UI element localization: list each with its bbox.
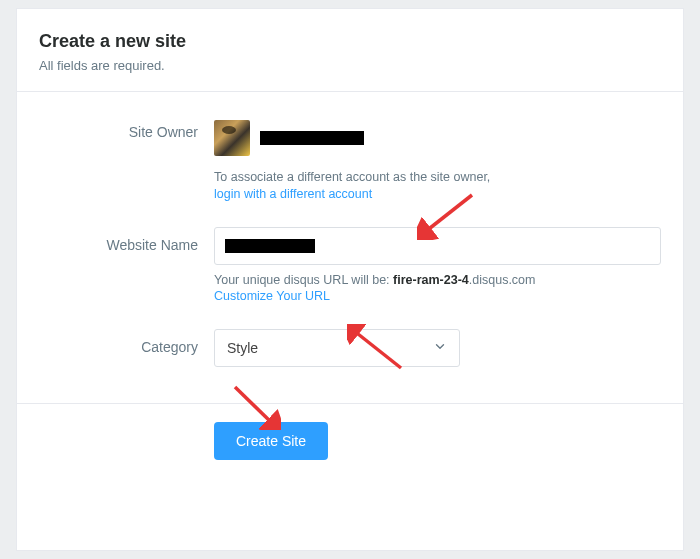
category-select[interactable]: Style (214, 329, 460, 367)
control-category: Style (214, 329, 661, 367)
row-site-owner: Site Owner To associate a different acco… (39, 120, 661, 201)
url-preview: Your unique disqus URL will be: fire-ram… (214, 273, 661, 287)
row-category: Category Style (39, 329, 661, 367)
url-prefix-text: Your unique disqus URL will be: (214, 273, 393, 287)
create-site-button[interactable]: Create Site (214, 422, 328, 460)
card-header: Create a new site All fields are require… (17, 9, 683, 92)
page-title: Create a new site (39, 31, 661, 52)
owner-name-redacted (260, 131, 364, 145)
control-site-owner: To associate a different account as the … (214, 120, 661, 201)
control-website-name: Your unique disqus URL will be: fire-ram… (214, 227, 661, 303)
card-footer: Create Site (17, 404, 683, 478)
category-selected-value: Style (227, 340, 258, 356)
customize-url-link[interactable]: Customize Your URL (214, 289, 661, 303)
card-body: Site Owner To associate a different acco… (17, 92, 683, 404)
url-suffix: .disqus.com (469, 273, 536, 287)
create-site-card: Create a new site All fields are require… (16, 8, 684, 551)
website-name-value-redacted (225, 239, 315, 253)
subtitle: All fields are required. (39, 58, 661, 73)
url-slug: fire-ram-23-4 (393, 273, 469, 287)
label-website-name: Website Name (39, 227, 214, 303)
footer-spacer (39, 422, 214, 460)
label-category: Category (39, 329, 214, 367)
website-name-input[interactable] (214, 227, 661, 265)
login-different-account-link[interactable]: login with a different account (214, 187, 661, 201)
chevron-down-icon (433, 339, 447, 356)
label-site-owner: Site Owner (39, 120, 214, 201)
associate-help-text: To associate a different account as the … (214, 168, 661, 187)
row-website-name: Website Name Your unique disqus URL will… (39, 227, 661, 303)
avatar (214, 120, 250, 156)
owner-line (214, 120, 661, 156)
